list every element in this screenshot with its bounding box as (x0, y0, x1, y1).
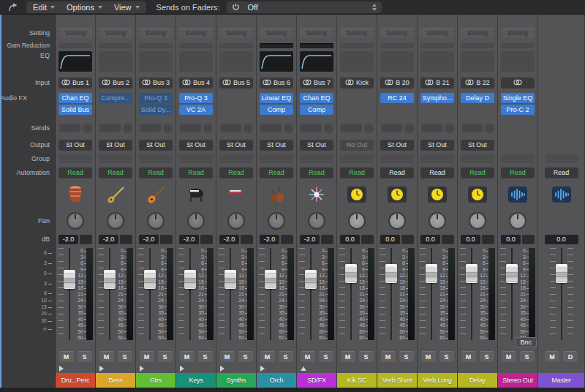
automation-mode-button[interactable]: Read (300, 167, 333, 178)
input-slot[interactable]: Bus 7 (300, 78, 333, 88)
volume-db-value[interactable]: -2.0 (260, 235, 279, 244)
audio-fx-slot[interactable]: Comp (260, 105, 293, 115)
setting-button[interactable]: Setting (300, 28, 333, 38)
track-name[interactable]: Orch (257, 373, 296, 388)
volume-db-value[interactable]: 0.0 (501, 235, 521, 244)
eq-thumbnail[interactable] (99, 51, 132, 72)
send-knob[interactable] (163, 124, 173, 133)
mute-button[interactable]: M (180, 351, 195, 362)
mute-button[interactable]: M (140, 351, 154, 362)
audio-fx-slot[interactable]: Solid Bus (58, 105, 92, 115)
fader-track[interactable] (64, 246, 75, 342)
automation-mode-button[interactable]: Read (420, 167, 454, 178)
eq-thumbnail[interactable] (340, 51, 374, 72)
track-name[interactable]: Synths (216, 373, 256, 388)
volume-db-value[interactable]: -2.0 (139, 235, 159, 244)
automation-mode-button[interactable]: Read (340, 167, 374, 178)
fader-cap[interactable] (506, 264, 518, 283)
fader-cap[interactable] (345, 264, 357, 283)
mute-button[interactable]: M (421, 351, 436, 362)
setting-button[interactable]: Setting (380, 28, 414, 38)
fader-cap[interactable] (556, 264, 567, 283)
send-slot[interactable] (140, 124, 161, 132)
solo-button[interactable]: S (520, 351, 535, 362)
volume-db-value[interactable]: 0.0 (545, 235, 578, 244)
disclosure-triangle[interactable] (220, 366, 224, 372)
disclosure-triangle[interactable] (180, 366, 184, 372)
send-slot[interactable] (381, 124, 402, 132)
send-slot[interactable] (260, 124, 282, 132)
setting-button[interactable]: Setting (179, 28, 213, 38)
group-slot[interactable] (545, 154, 578, 163)
output-slot[interactable]: St Out (420, 140, 454, 151)
audio-fx-slot[interactable]: Linear EQ (260, 93, 293, 103)
fader-track[interactable] (144, 246, 156, 342)
automation-mode-button[interactable]: Read (380, 167, 414, 178)
pan-knob[interactable] (67, 212, 84, 230)
send-knob[interactable] (364, 124, 374, 133)
fader-cap[interactable] (224, 270, 236, 289)
mute-button[interactable]: M (461, 351, 476, 362)
output-slot[interactable]: St Out (139, 140, 173, 151)
send-knob[interactable] (404, 124, 414, 133)
pan-knob[interactable] (308, 212, 325, 230)
eq-thumbnail[interactable] (260, 51, 293, 72)
track-name[interactable]: Kik SC (337, 373, 377, 388)
fader-cap[interactable] (64, 270, 75, 289)
pan-knob[interactable] (107, 212, 124, 230)
group-slot[interactable] (260, 154, 293, 163)
setting-button[interactable]: Setting (461, 28, 494, 38)
audio-fx-slot[interactable]: Single EQ (501, 93, 535, 103)
pan-knob[interactable] (268, 212, 285, 230)
output-slot[interactable]: St Out (300, 140, 333, 151)
output-slot[interactable]: St Out (99, 140, 132, 151)
options-menu-button[interactable]: Options (67, 3, 102, 12)
track-name[interactable]: SD/FX (297, 373, 336, 388)
automation-mode-button[interactable]: Read (260, 167, 293, 178)
eq-thumbnail[interactable] (179, 51, 213, 72)
setting-button[interactable]: Setting (219, 28, 253, 38)
eq-thumbnail[interactable] (501, 51, 535, 72)
chevron-up-down-icon[interactable] (372, 4, 377, 11)
audio-fx-slot[interactable]: Solid Dy... (139, 105, 173, 115)
fader-cap[interactable] (104, 270, 116, 289)
fader-track[interactable] (224, 246, 236, 342)
sends-on-faders-selector[interactable]: Off (227, 1, 382, 13)
volume-db-value[interactable]: 0.0 (420, 235, 440, 244)
group-slot[interactable] (340, 154, 374, 163)
pan-knob[interactable] (147, 212, 165, 230)
pan-knob[interactable] (388, 212, 406, 230)
fader-track[interactable] (556, 246, 567, 342)
setting-button[interactable]: Setting (139, 28, 173, 38)
solo-button[interactable]: S (439, 351, 454, 362)
fader-cap[interactable] (426, 264, 437, 283)
fader-cap[interactable] (184, 270, 196, 289)
pan-knob[interactable] (509, 212, 526, 230)
disclosure-triangle[interactable] (301, 366, 306, 371)
power-icon[interactable] (232, 1, 240, 14)
mute-button[interactable]: M (341, 351, 355, 362)
edit-menu-button[interactable]: Edit (33, 3, 55, 12)
track-name[interactable]: Delay (458, 373, 497, 388)
audio-fx-slot[interactable]: Pro-C 2 (501, 105, 535, 115)
solo-button[interactable]: S (118, 351, 132, 362)
fader-cap[interactable] (144, 270, 156, 289)
audio-fx-slot[interactable]: Pro-Q 3 (179, 93, 213, 103)
send-knob[interactable] (284, 124, 293, 133)
fader-track[interactable] (265, 246, 276, 342)
pan-knob[interactable] (429, 212, 446, 230)
send-knob[interactable] (324, 124, 333, 133)
eq-thumbnail[interactable] (420, 51, 454, 72)
automation-mode-button[interactable]: Read (179, 167, 213, 178)
output-slot[interactable]: St Out (380, 140, 414, 151)
setting-button[interactable]: Setting (99, 28, 132, 38)
send-slot[interactable] (301, 124, 322, 132)
input-slot[interactable]: Bus 6 (260, 78, 293, 88)
input-slot[interactable]: Bus 5 (219, 78, 253, 88)
volume-db-value[interactable]: -2.0 (99, 235, 118, 244)
group-slot[interactable] (139, 154, 173, 163)
send-knob[interactable] (83, 124, 92, 133)
setting-button[interactable]: Setting (340, 28, 374, 38)
track-name[interactable]: Gtrs (136, 373, 176, 388)
solo-button[interactable]: S (319, 351, 333, 362)
